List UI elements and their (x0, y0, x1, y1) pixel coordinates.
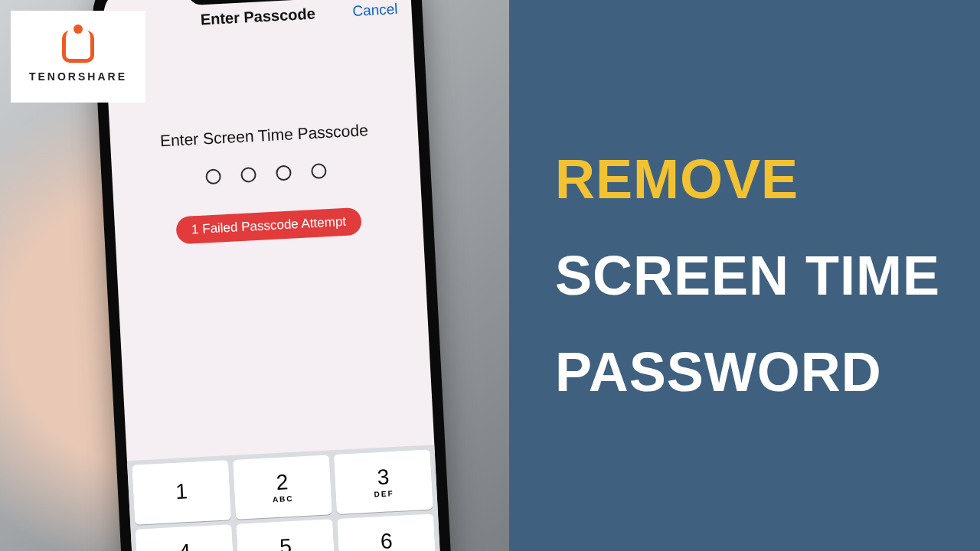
key-number: 3 (377, 466, 390, 488)
headline-line-2: SCREEN TIME (555, 244, 980, 307)
keypad-key-6[interactable]: 6 MNO (337, 514, 436, 551)
keypad-key-4[interactable]: 4 GHI (136, 524, 235, 551)
passcode-prompt: Enter Screen Time Passcode (159, 121, 368, 150)
passcode-body: Enter Screen Time Passcode 1 Failed Pass… (105, 27, 434, 461)
brand-name: TENORSHARE (29, 70, 127, 83)
key-letters: ABC (273, 494, 294, 503)
passcode-dot (240, 167, 256, 183)
keypad-key-2[interactable]: 2 ABC (233, 455, 332, 519)
passcode-dot (205, 168, 221, 184)
numeric-keypad: 1 2 ABC 3 DEF 4 GHI (127, 445, 442, 551)
logo-badge: TENORSHARE (11, 11, 145, 103)
phone-screen: Enter Passcode Cancel Enter Screen Time … (103, 0, 442, 551)
tenorshare-logo-icon (62, 31, 94, 63)
passcode-dots (205, 163, 327, 184)
key-number: 4 (178, 541, 191, 551)
nav-title: Enter Passcode (200, 5, 315, 29)
headline-line-1: REMOVE (555, 148, 980, 210)
keypad-key-1[interactable]: 1 (132, 460, 231, 524)
failed-attempt-badge: 1 Failed Passcode Attempt (175, 207, 362, 245)
key-number: 6 (380, 530, 393, 551)
headline-line-3: PASSWORD (555, 341, 980, 403)
headline-panel: REMOVE SCREEN TIME PASSWORD (509, 0, 980, 551)
passcode-dot (276, 165, 292, 181)
key-number: 1 (175, 481, 188, 503)
thumbnail-stage: Enter Passcode Cancel Enter Screen Time … (0, 0, 980, 551)
keypad-key-5[interactable]: 5 JKL (236, 519, 335, 551)
key-number: 5 (279, 536, 292, 551)
keypad-key-3[interactable]: 3 DEF (334, 449, 433, 514)
key-number: 2 (276, 471, 289, 494)
passcode-dot (311, 163, 327, 179)
photo-area: Enter Passcode Cancel Enter Screen Time … (0, 0, 509, 551)
cancel-button[interactable]: Cancel (352, 1, 398, 20)
key-letters: DEF (374, 489, 394, 498)
